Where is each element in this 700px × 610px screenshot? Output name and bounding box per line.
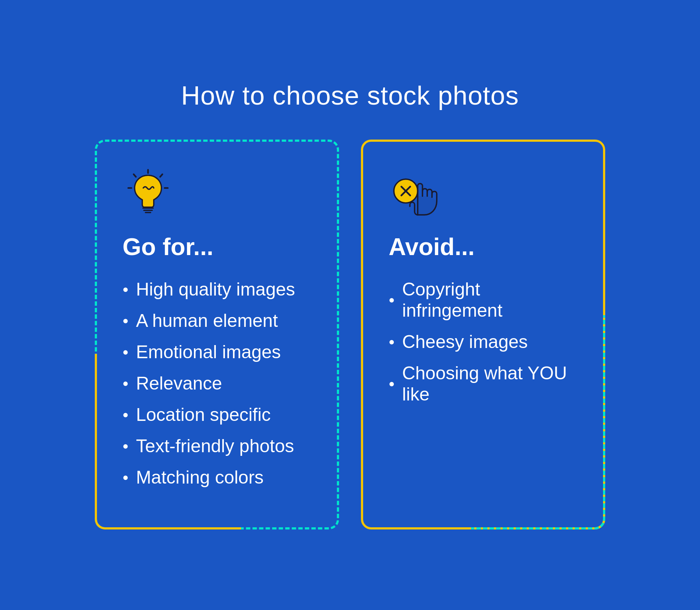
- svg-line-1: [134, 174, 136, 177]
- go-item-2: A human element: [122, 310, 311, 331]
- go-for-list: High quality images A human element Emot…: [122, 279, 311, 488]
- svg-line-3: [160, 174, 162, 177]
- avoid-item-3: Choosing what YOU like: [389, 363, 578, 405]
- go-item-5: Location specific: [122, 404, 311, 425]
- avoid-list: Copyright infringement Cheesy images Cho…: [389, 279, 578, 405]
- hand-stop-icon: [389, 167, 440, 218]
- avoid-card: Avoid... Copyright infringement Cheesy i…: [361, 140, 605, 529]
- go-item-6: Text-friendly photos: [122, 435, 311, 457]
- go-item-4: Relevance: [122, 373, 311, 394]
- cards-container: Go for... High quality images A human el…: [95, 140, 605, 529]
- go-item-7: Matching colors: [122, 467, 311, 488]
- avoid-item-2: Cheesy images: [389, 331, 578, 352]
- avoid-item-1: Copyright infringement: [389, 279, 578, 321]
- go-item-3: Emotional images: [122, 341, 311, 363]
- lightbulb-icon: [122, 167, 174, 218]
- page-title: How to choose stock photos: [181, 81, 519, 110]
- go-for-card: Go for... High quality images A human el…: [95, 140, 339, 529]
- go-for-heading: Go for...: [122, 233, 311, 261]
- avoid-heading: Avoid...: [389, 233, 578, 261]
- go-item-1: High quality images: [122, 279, 311, 300]
